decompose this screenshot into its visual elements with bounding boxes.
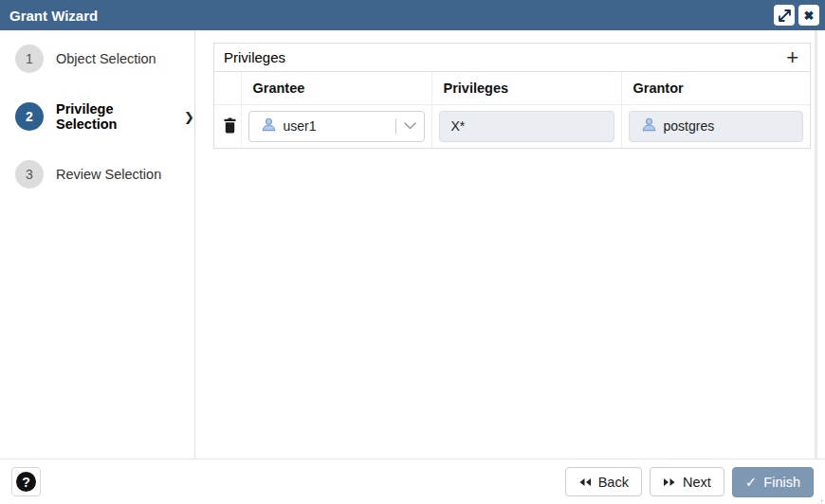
footer-actions: Back Next ✓ Finish <box>565 467 814 497</box>
privileges-field[interactable]: X* <box>439 111 614 142</box>
step-1-badge: 1 <box>15 45 44 73</box>
column-header-grantee: Grantee <box>241 72 431 104</box>
privilege-selection-page: Privileges + Grantee Privileges <box>195 30 825 459</box>
privileges-panel-header: Privileges + <box>214 44 810 72</box>
column-header-privileges: Privileges <box>431 72 621 104</box>
titlebar: Grant Wizard ✖ <box>0 0 825 30</box>
next-button-label: Next <box>683 475 711 490</box>
resize-grip-icon[interactable] <box>814 493 823 502</box>
grant-wizard-dialog: Grant Wizard ✖ 1 Object Selection 2 <box>0 0 825 504</box>
grantee-value: user1 <box>284 118 317 134</box>
close-button[interactable]: ✖ <box>798 5 819 26</box>
help-icon: ? <box>16 472 36 492</box>
titlebar-buttons: ✖ <box>774 5 819 26</box>
step-review-selection[interactable]: 3 Review Selection <box>0 160 194 189</box>
delete-row-button[interactable] <box>221 116 239 135</box>
dialog-footer: ? Back Next <box>0 459 825 504</box>
privileges-table-header-row: Grantee Privileges Grantor <box>214 72 810 104</box>
finish-button-label: Finish <box>763 475 800 490</box>
wizard-steps-sidebar: 1 Object Selection 2 Privilege Selection… <box>0 30 195 459</box>
expand-icon <box>779 9 791 22</box>
column-header-delete <box>214 72 241 104</box>
next-icon <box>663 477 676 487</box>
grantor-value: postgres <box>664 118 715 134</box>
maximize-button[interactable] <box>774 5 795 26</box>
finish-button[interactable]: ✓ Finish <box>732 467 814 497</box>
chevron-down-icon <box>404 122 416 130</box>
back-button[interactable]: Back <box>565 467 642 496</box>
check-icon: ✓ <box>745 475 758 489</box>
privileges-panel: Privileges + Grantee Privileges <box>213 43 811 149</box>
plus-icon: + <box>786 45 798 69</box>
step-object-selection[interactable]: 1 Object Selection <box>0 45 194 73</box>
next-button[interactable]: Next <box>650 467 724 496</box>
window-title: Grant Wizard <box>9 8 98 24</box>
step-3-label: Review Selection <box>56 167 161 182</box>
step-2-label: Privilege Selection <box>56 101 175 132</box>
help-button[interactable]: ? <box>11 467 41 496</box>
back-button-label: Back <box>598 475 629 490</box>
user-icon <box>261 117 277 136</box>
chevron-right-icon: ❯ <box>184 110 194 124</box>
trash-icon <box>223 117 237 134</box>
step-2-badge: 2 <box>15 102 44 131</box>
privileges-panel-title: Privileges <box>224 49 285 65</box>
table-row: user1 <box>214 104 810 148</box>
dialog-body: 1 Object Selection 2 Privilege Selection… <box>0 30 825 459</box>
select-divider <box>395 118 396 135</box>
privileges-value: X* <box>451 118 466 134</box>
back-icon <box>578 477 592 487</box>
close-icon: ✖ <box>804 9 815 22</box>
step-1-label: Object Selection <box>56 51 156 66</box>
add-privilege-button[interactable]: + <box>784 47 800 68</box>
column-header-grantor: Grantor <box>621 72 810 104</box>
scrollbar-track[interactable] <box>815 30 817 459</box>
privileges-table: Grantee Privileges Grantor <box>214 72 810 148</box>
user-icon <box>641 117 657 136</box>
step-3-badge: 3 <box>15 160 44 189</box>
grantee-select[interactable]: user1 <box>248 111 425 142</box>
step-privilege-selection[interactable]: 2 Privilege Selection ❯ <box>0 102 194 131</box>
grantor-field[interactable]: postgres <box>629 111 804 142</box>
